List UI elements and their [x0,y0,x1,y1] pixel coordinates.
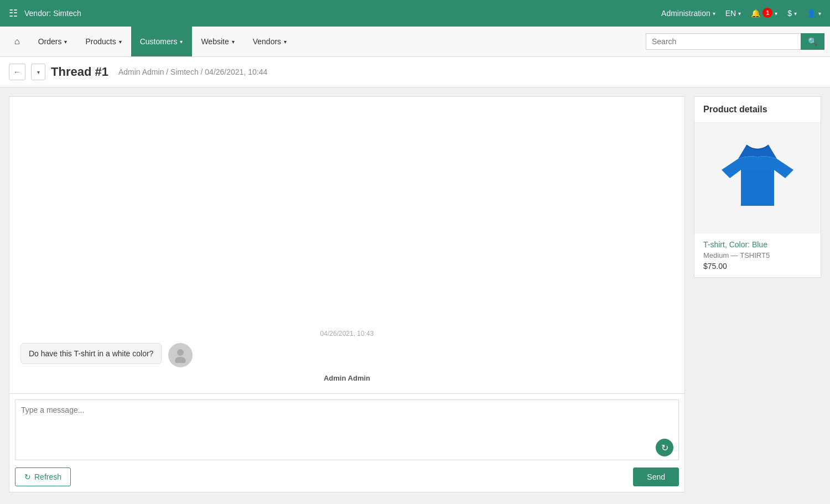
nav-home[interactable]: ⌂ [6,27,29,56]
user-caret: ▾ [818,11,821,17]
product-variant: Medium — TSHIRT5 [703,251,812,259]
refresh-button[interactable]: ↻ Refresh [15,467,71,486]
search-input[interactable] [646,33,801,50]
user-icon: 👤 [807,9,816,18]
svg-point-1 [175,357,186,363]
top-bar-left: ☷ Vendor: Simtech [9,7,81,19]
product-info: T-shirt, Color: Blue Medium — TSHIRT5 $7… [694,233,821,277]
page-header: ← ▾ Thread #1 Admin Admin / Simtech / 04… [0,57,830,87]
language-menu[interactable]: EN ▾ [725,9,741,18]
refresh-label: Refresh [34,472,61,481]
product-name[interactable]: T-shirt, Color: Blue [703,240,812,249]
top-bar: ☷ Vendor: Simtech Administration ▾ EN ▾ … [0,0,830,27]
orders-caret: ▾ [64,39,67,45]
nav-products[interactable]: Products ▾ [76,27,131,56]
search-button[interactable]: 🔍 [801,33,824,50]
send-button[interactable]: Send [633,467,679,486]
top-bar-right: Administration ▾ EN ▾ 🔔 1 ▾ $ ▾ 👤 ▾ [661,8,821,18]
product-image [713,134,802,222]
bell-caret: ▾ [775,11,777,17]
notification-bell[interactable]: 🔔 1 ▾ [751,8,777,18]
search-icon: 🔍 [808,37,817,46]
message-input-area: ↻ [9,393,684,467]
administration-caret: ▾ [713,11,715,17]
nav-bar-left: ⌂ Orders ▾ Products ▾ Customers ▾ Websit… [6,27,296,56]
nav-customers[interactable]: Customers ▾ [131,27,193,56]
currency-caret: ▾ [794,11,797,17]
nav-website[interactable]: Website ▾ [192,27,243,56]
brand-name: Vendor: Simtech [24,9,81,18]
refresh-icon-button[interactable]: ↻ [656,439,673,456]
products-caret: ▾ [119,39,122,45]
customers-caret: ▾ [180,39,183,45]
product-details-card: Product details [694,96,821,278]
avatar [168,343,193,367]
website-caret: ▾ [232,39,235,45]
message-timestamp: 04/26/2021, 10:43 [20,330,673,337]
message-textarea[interactable] [15,399,679,460]
product-price: $75.00 [703,262,812,271]
bell-icon: 🔔 [751,9,760,18]
header-dropdown-button[interactable]: ▾ [31,64,45,80]
main-content: 04/26/2021, 10:43 Do have this T-shirt i… [0,87,830,501]
language-caret: ▾ [738,11,741,17]
vendors-caret: ▾ [284,39,287,45]
grid-icon[interactable]: ☷ [9,7,18,19]
page-title: Thread #1 [51,65,108,79]
nav-bar: ⌂ Orders ▾ Products ▾ Customers ▾ Websit… [0,27,830,57]
user-menu[interactable]: 👤 ▾ [807,9,821,18]
search-container: 🔍 [646,33,824,50]
back-button[interactable]: ← [9,64,25,80]
product-details-header: Product details [694,97,821,123]
chat-area: 04/26/2021, 10:43 Do have this T-shirt i… [9,96,685,492]
product-sidebar: Product details [694,96,821,492]
message-text: Do have this T-shirt in a white color? [29,349,153,358]
page-subtitle: Admin Admin / Simtech / 04/26/2021, 10:4… [118,67,267,76]
product-image-container [694,123,821,233]
chat-actions: ↻ Refresh Send [9,467,684,492]
message-bubble: Do have this T-shirt in a white color? [20,343,162,364]
currency-menu[interactable]: $ ▾ [787,9,797,18]
administration-menu[interactable]: Administration ▾ [661,9,715,18]
notification-count: 1 [762,8,772,18]
messages-container: 04/26/2021, 10:43 Do have this T-shirt i… [9,97,684,393]
message-sender-name: Admin Admin [20,374,673,382]
nav-vendors[interactable]: Vendors ▾ [244,27,296,56]
home-icon: ⌂ [14,37,20,46]
svg-point-0 [177,349,184,356]
nav-orders[interactable]: Orders ▾ [29,27,77,56]
refresh-icon: ↻ [24,472,31,481]
message-row: Do have this T-shirt in a white color? [20,343,673,367]
